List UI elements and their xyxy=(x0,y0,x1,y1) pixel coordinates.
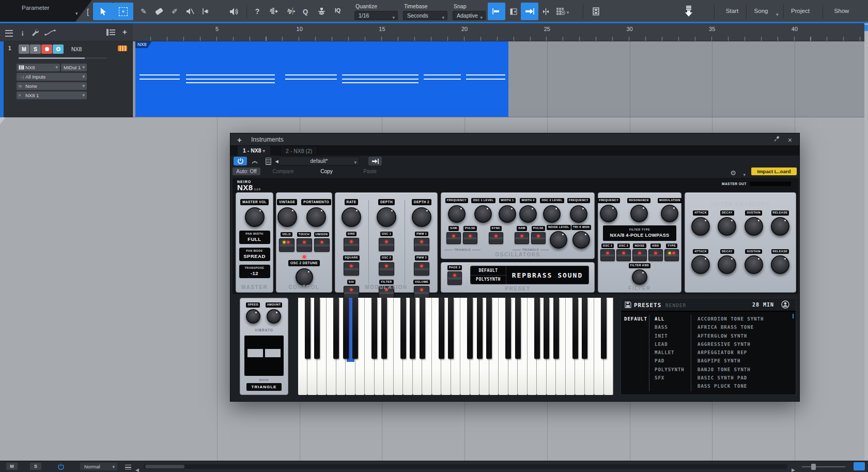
piano-black-key[interactable] xyxy=(477,298,483,359)
audio-split-button[interactable] xyxy=(283,3,300,20)
volume-env-knob[interactable] xyxy=(718,255,736,274)
control-button[interactable] xyxy=(279,238,295,252)
close-button[interactable] xyxy=(788,135,792,145)
tri-x-mod-knob[interactable] xyxy=(572,231,590,249)
quantize-tool-button[interactable] xyxy=(299,3,312,20)
filter-button[interactable] xyxy=(632,249,647,261)
filter-button[interactable] xyxy=(600,249,615,261)
paste-button[interactable]: Paste xyxy=(349,168,391,175)
pin-button[interactable] xyxy=(774,136,780,142)
scrollbar-thumb[interactable] xyxy=(145,465,184,468)
page2-button[interactable] xyxy=(447,271,462,285)
preset-category[interactable]: MALLET xyxy=(655,348,691,357)
bypass-power-button[interactable] xyxy=(234,157,247,165)
pan-mode-display[interactable]: PAN MODESPREAD xyxy=(239,248,270,261)
preset-item[interactable]: BASS PLUCK TONE xyxy=(698,382,796,390)
pan-width-display[interactable]: PAN WIDTHFULL xyxy=(239,231,270,244)
noise-level-knob[interactable] xyxy=(550,231,567,249)
filter-env-knob[interactable] xyxy=(691,217,710,236)
track-output-dropdown[interactable]: ≡ NX8 1 xyxy=(17,92,87,99)
preset-category[interactable]: PAD xyxy=(655,357,691,365)
piano-black-key[interactable] xyxy=(448,298,454,359)
preset-category[interactable]: SFX xyxy=(655,374,691,382)
add-instrument-button[interactable] xyxy=(237,135,242,145)
preset-item[interactable]: ACCORDION TONE SYNTH xyxy=(698,315,796,323)
browser-subtitle[interactable]: RENDER xyxy=(665,302,686,308)
piano-black-key[interactable] xyxy=(544,298,549,359)
preset-item[interactable]: BAGPIPE SYNTH xyxy=(698,357,796,365)
piano-black-key[interactable] xyxy=(467,298,473,359)
volume-env-knob[interactable] xyxy=(745,255,763,274)
insert-to-track-button[interactable] xyxy=(368,157,382,165)
arrow-tool-button[interactable] xyxy=(93,3,113,20)
piano-black-key[interactable] xyxy=(410,298,415,359)
chevron-down-icon[interactable] xyxy=(776,9,779,18)
piano-black-key[interactable] xyxy=(534,298,540,359)
start-page-button[interactable]: Start xyxy=(718,0,746,22)
piano-black-key[interactable] xyxy=(305,298,311,359)
zoom-preset-button[interactable] xyxy=(854,462,865,470)
preset-category[interactable]: BASS xyxy=(655,323,691,331)
preset-item[interactable]: BANJO TONE SYNTH xyxy=(698,366,796,374)
pencil-tool-button[interactable] xyxy=(136,3,151,20)
grid-add-button[interactable] xyxy=(553,3,572,20)
mute-tool-button[interactable] xyxy=(182,3,198,20)
filter-env-knob[interactable] xyxy=(771,217,789,236)
mode-dropdown[interactable]: Normal xyxy=(80,463,117,470)
filter-knob[interactable] xyxy=(630,205,648,222)
vibrato-display[interactable] xyxy=(244,336,284,376)
bend-tool-button[interactable] xyxy=(198,3,213,20)
zoom-slider[interactable] xyxy=(802,466,845,467)
piano-black-key[interactable] xyxy=(601,298,607,359)
filter-knob[interactable] xyxy=(661,205,678,222)
piano-black-key[interactable] xyxy=(572,298,578,359)
mod-button[interactable] xyxy=(379,262,394,276)
osc1-wave-button[interactable] xyxy=(446,232,461,244)
piano-black-key[interactable] xyxy=(314,298,320,359)
osc2-wave-button[interactable] xyxy=(515,232,529,244)
track-instrument-dropdown[interactable]: NX8 xyxy=(17,64,60,71)
track-info-button[interactable] xyxy=(22,28,23,38)
global-solo-button[interactable]: S xyxy=(30,463,41,470)
audio-bend-button[interactable] xyxy=(266,3,282,20)
osc-knob[interactable] xyxy=(474,205,492,223)
vibrato-speed-knob[interactable] xyxy=(246,309,260,324)
piano-black-key[interactable] xyxy=(553,298,559,359)
preset-item[interactable]: AGGRESSIVE SYNTH xyxy=(698,340,796,348)
midi-clip[interactable]: NX8 xyxy=(135,41,508,117)
bracket-tool-icon[interactable] xyxy=(84,3,91,20)
filter-button[interactable] xyxy=(664,249,679,261)
piano-black-key[interactable] xyxy=(420,298,425,359)
film-view-button[interactable] xyxy=(588,3,603,20)
osc1-wave-button[interactable] xyxy=(463,232,477,244)
copy-button[interactable]: Copy xyxy=(306,168,347,175)
browser-scrollbar[interactable] xyxy=(793,314,794,318)
track-list-view-button[interactable] xyxy=(106,29,115,36)
vibrato-amount-knob[interactable] xyxy=(267,309,281,324)
piano-black-key[interactable] xyxy=(352,298,358,359)
sync-button[interactable] xyxy=(489,232,503,244)
preset-category[interactable]: INIT xyxy=(655,332,691,340)
snap-to-grid-button[interactable] xyxy=(488,3,505,20)
preset-display[interactable]: DEFAULT POLYSYNTH REPBRASS SOUND xyxy=(470,266,589,284)
panel-snap-button[interactable] xyxy=(507,3,520,20)
control-knob[interactable] xyxy=(306,207,326,227)
osc2-detune-knob[interactable] xyxy=(296,268,313,286)
show-page-button[interactable]: Show xyxy=(827,0,857,22)
piano-black-key[interactable] xyxy=(343,298,349,359)
snap-end-button[interactable] xyxy=(521,3,538,20)
master-vol-knob[interactable] xyxy=(245,207,265,227)
osc-knob[interactable] xyxy=(519,205,537,223)
split-cursor-button[interactable] xyxy=(539,3,552,20)
osc-knob[interactable] xyxy=(448,205,466,223)
piano-black-key[interactable] xyxy=(439,298,444,359)
preset-dial-button[interactable] xyxy=(248,157,261,165)
preset-item[interactable]: AFRICA BRASS TONE xyxy=(698,323,796,331)
control-button[interactable] xyxy=(297,238,312,252)
horizontal-scrollbar[interactable] xyxy=(144,464,787,469)
quantize-dropdown[interactable]: 1/16 xyxy=(354,11,398,20)
track-lane[interactable]: NX8 xyxy=(133,41,864,117)
piano-black-key[interactable] xyxy=(515,298,521,359)
track-tool-button[interactable] xyxy=(31,28,39,36)
preset-list-button[interactable] xyxy=(264,157,273,165)
